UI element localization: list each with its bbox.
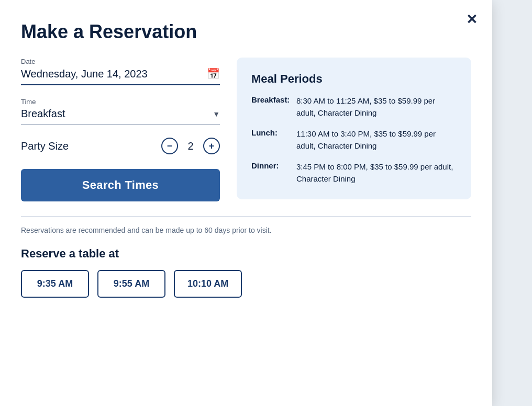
- chevron-down-icon: ▼: [213, 110, 220, 118]
- meal-name-lunch: Lunch:: [251, 128, 288, 152]
- increment-button[interactable]: +: [203, 138, 220, 154]
- meal-name-dinner: Dinner:: [251, 161, 288, 185]
- search-times-button[interactable]: Search Times: [21, 169, 220, 201]
- meal-desc-dinner: 3:45 PM to 8:00 PM, $35 to $59.99 per ad…: [296, 161, 457, 185]
- reserve-title: Reserve a table at: [21, 247, 471, 261]
- close-button[interactable]: ✕: [466, 13, 478, 26]
- party-size-label: Party Size: [21, 140, 69, 152]
- time-field: Time Breakfast ▼: [21, 98, 220, 125]
- meal-row-dinner: Dinner: 3:45 PM to 8:00 PM, $35 to $59.9…: [251, 161, 457, 185]
- calendar-icon: 📅: [207, 67, 220, 80]
- party-size-row: Party Size − 2 +: [21, 138, 220, 154]
- meal-desc-lunch: 11:30 AM to 3:40 PM, $35 to $59.99 per a…: [296, 128, 457, 152]
- time-slot-2[interactable]: 10:10 AM: [174, 270, 242, 298]
- time-select[interactable]: Breakfast ▼: [21, 108, 220, 125]
- reservation-note: Reservations are recommended and can be …: [21, 216, 471, 234]
- date-field[interactable]: Wednesday, June 14, 2023 📅: [21, 67, 220, 85]
- meal-name-breakfast: Breakfast:: [251, 95, 288, 119]
- party-size-controls: − 2 +: [161, 138, 220, 154]
- form-section: Date Wednesday, June 14, 2023 📅 Time Bre…: [21, 58, 220, 201]
- time-value: Breakfast: [21, 108, 65, 120]
- decrement-button[interactable]: −: [161, 138, 178, 154]
- date-value: Wednesday, June 14, 2023: [21, 68, 148, 80]
- reservation-modal: ✕ Make a Reservation Date Wednesday, Jun…: [0, 0, 492, 406]
- time-label: Time: [21, 98, 220, 106]
- meal-periods-title: Meal Periods: [251, 72, 457, 86]
- form-and-info-container: Date Wednesday, June 14, 2023 📅 Time Bre…: [21, 58, 471, 201]
- time-slot-0[interactable]: 9:35 AM: [21, 270, 89, 298]
- meal-row-breakfast: Breakfast: 8:30 AM to 11:25 AM, $35 to $…: [251, 95, 457, 119]
- reserve-section: Reserve a table at 9:35 AM 9:55 AM 10:10…: [21, 247, 471, 298]
- meal-row-lunch: Lunch: 11:30 AM to 3:40 PM, $35 to $59.9…: [251, 128, 457, 152]
- time-slot-1[interactable]: 9:55 AM: [97, 270, 165, 298]
- modal-title: Make a Reservation: [21, 21, 471, 43]
- date-label: Date: [21, 58, 220, 65]
- meal-desc-breakfast: 8:30 AM to 11:25 AM, $35 to $59.99 per a…: [296, 95, 457, 119]
- party-size-value: 2: [185, 140, 196, 152]
- meal-periods-card: Meal Periods Breakfast: 8:30 AM to 11:25…: [237, 58, 471, 199]
- time-slots-container: 9:35 AM 9:55 AM 10:10 AM: [21, 270, 471, 298]
